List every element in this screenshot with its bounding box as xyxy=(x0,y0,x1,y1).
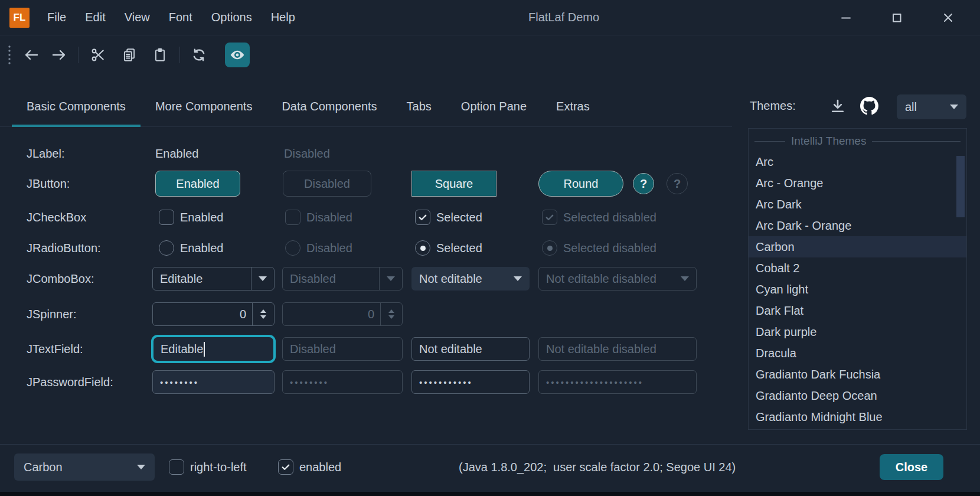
chevron-down-icon xyxy=(514,276,522,281)
minimize-icon xyxy=(839,11,853,25)
themes-filter-combobox[interactable]: all xyxy=(897,94,966,119)
toolbar xyxy=(0,35,980,74)
download-theme-button[interactable] xyxy=(829,98,846,115)
textfield-disabled-value: Disabled xyxy=(290,342,336,356)
radio-selected-icon xyxy=(542,240,557,256)
enabled-button[interactable]: Enabled xyxy=(155,171,240,197)
round-button[interactable]: Round xyxy=(538,171,623,197)
right-to-left-checkbox[interactable]: right-to-left xyxy=(169,459,247,475)
window-bottom-edge xyxy=(0,492,980,496)
radio-selected-label: Selected xyxy=(436,242,482,255)
jpasswordfield-row: JPasswordField: •••••••• •••••••• ••••••… xyxy=(0,370,980,394)
passwordfield-dots[interactable]: •••••••• xyxy=(160,377,199,387)
tab-option-pane[interactable]: Option Pane xyxy=(446,89,541,126)
cut-button[interactable] xyxy=(86,43,110,67)
menu-help[interactable]: Help xyxy=(262,0,305,35)
minimize-button[interactable] xyxy=(831,0,861,35)
radio-selected[interactable]: Selected xyxy=(415,240,482,256)
toolbar-separator xyxy=(78,47,79,63)
passwordfield-disabled: •••••••• xyxy=(282,370,403,394)
combobox-not-editable-disabled: Not editable disabled xyxy=(538,267,697,291)
menu-edit[interactable]: Edit xyxy=(76,0,115,35)
jradiobutton-row-label: JRadioButton: xyxy=(27,240,101,256)
theme-item-gradianto-midnight-blue[interactable]: Gradianto Midnight Blue xyxy=(749,406,966,428)
tab-more-components[interactable]: More Components xyxy=(141,89,267,126)
themes-filter-value: all xyxy=(905,100,917,114)
copy-button[interactable] xyxy=(117,43,141,67)
chevron-down-icon xyxy=(681,276,689,281)
checkbox-enabled-label: Enabled xyxy=(180,211,223,224)
checkbox-selected[interactable]: Selected xyxy=(415,210,482,225)
close-window-button[interactable] xyxy=(933,0,963,35)
combobox-arrow-button[interactable] xyxy=(507,267,529,290)
toolbar-grip-icon[interactable] xyxy=(8,45,11,65)
checkbox-checked-icon xyxy=(415,210,430,225)
back-button[interactable] xyxy=(19,43,43,67)
tab-extras[interactable]: Extras xyxy=(541,89,605,126)
passwordfield-not-editable[interactable]: ••••••••••• xyxy=(411,370,530,394)
close-button[interactable]: Close xyxy=(880,454,943,480)
radio-disabled-label: Disabled xyxy=(306,242,352,255)
menu-file[interactable]: File xyxy=(38,0,76,35)
tab-data-components[interactable]: Data Components xyxy=(267,89,391,126)
spinner-enabled[interactable]: 0 xyxy=(152,302,275,326)
app-logo-text: FL xyxy=(14,12,26,24)
jtextfield-row-label: JTextField: xyxy=(27,336,83,362)
menu-bar: File Edit View Font Options Help xyxy=(38,0,305,35)
spinner-disabled: 0 xyxy=(282,302,403,326)
forward-button[interactable] xyxy=(47,43,71,67)
radio-enabled[interactable]: Enabled xyxy=(159,240,223,256)
enabled-checkbox[interactable]: enabled xyxy=(278,459,341,475)
passwordfield-editable[interactable]: •••••••• xyxy=(152,370,275,394)
checkbox-selected-disabled-label: Selected disabled xyxy=(563,211,656,224)
textfield-editable[interactable]: Editable xyxy=(153,337,273,361)
help-button[interactable]: ? xyxy=(633,173,654,194)
combobox-editable[interactable]: Editable xyxy=(152,267,275,291)
jtextfield-row: JTextField: Editable Disabled Not editab… xyxy=(0,336,980,362)
spinner-buttons xyxy=(380,303,402,325)
combobox-editable-value[interactable]: Editable xyxy=(160,272,251,286)
lookandfeel-combobox[interactable]: Carbon xyxy=(14,453,155,481)
maximize-button[interactable] xyxy=(881,0,912,35)
spinner-down-icon[interactable] xyxy=(260,315,266,319)
radio-selected-icon xyxy=(415,240,430,256)
menu-font[interactable]: Font xyxy=(159,0,202,35)
textfield-not-editable[interactable]: Not editable xyxy=(411,337,530,361)
textfield-editable-value[interactable]: Editable xyxy=(161,342,203,356)
jlabel-row-label: JLabel: xyxy=(27,145,65,162)
checkbox-disabled: Disabled xyxy=(285,210,352,225)
menu-view[interactable]: View xyxy=(115,0,159,35)
tab-basic-components[interactable]: Basic Components xyxy=(12,89,141,126)
tab-tabs[interactable]: Tabs xyxy=(392,89,446,126)
copy-icon xyxy=(122,47,137,63)
jpasswordfield-row-label: JPasswordField: xyxy=(27,370,113,394)
show-hover-effects-toggle[interactable] xyxy=(225,43,250,67)
refresh-icon xyxy=(191,47,207,63)
combobox-not-editable-disabled-value: Not editable disabled xyxy=(546,272,674,286)
close-icon xyxy=(941,11,955,25)
combobox-arrow-button xyxy=(379,267,402,290)
radio-icon xyxy=(159,240,174,256)
menu-options[interactable]: Options xyxy=(202,0,262,35)
spinner-value[interactable]: 0 xyxy=(153,308,252,321)
combobox-not-editable[interactable]: Not editable xyxy=(411,267,530,291)
eye-icon xyxy=(230,48,245,61)
jbutton-row-label: JButton: xyxy=(27,171,70,197)
spinner-up-icon[interactable] xyxy=(260,309,266,313)
refresh-button[interactable] xyxy=(187,43,211,67)
jlabel-row: JLabel: Enabled Disabled xyxy=(0,145,980,162)
download-icon xyxy=(829,98,846,115)
square-button[interactable]: Square xyxy=(411,171,496,197)
help-button-disabled: ? xyxy=(667,173,688,194)
back-arrow-icon xyxy=(23,48,40,62)
paste-button[interactable] xyxy=(148,43,172,67)
maximize-icon xyxy=(890,11,904,25)
github-link-button[interactable] xyxy=(860,97,878,115)
checkbox-enabled[interactable]: Enabled xyxy=(159,210,223,225)
title-bar: FL File Edit View Font Options Help Flat… xyxy=(0,0,980,35)
combobox-disabled: Disabled xyxy=(282,267,403,291)
passwordfield-not-editable-disabled: •••••••••••••••••••• xyxy=(538,370,697,394)
textfield-not-editable-disabled-value: Not editable disabled xyxy=(546,342,656,356)
spinner-buttons[interactable] xyxy=(252,303,274,325)
combobox-arrow-button[interactable] xyxy=(251,267,274,290)
